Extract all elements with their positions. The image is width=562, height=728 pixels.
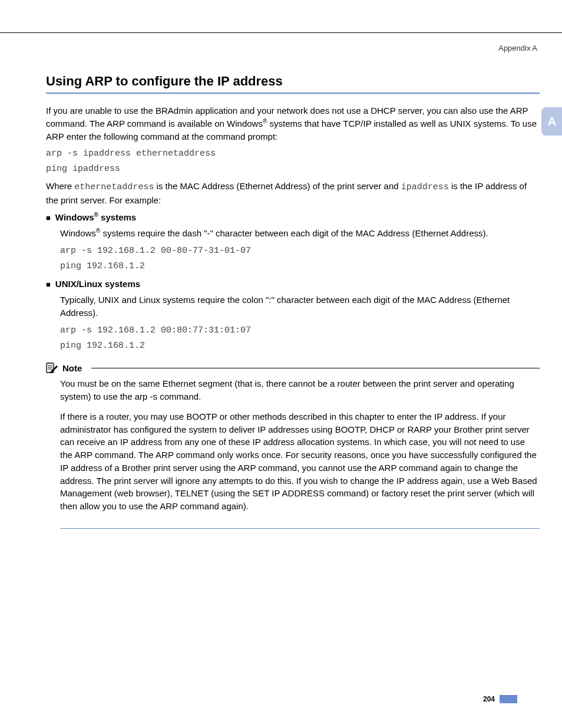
bullet-marker: ■: [46, 279, 51, 290]
win-title-b: systems: [98, 212, 136, 222]
running-header: Appendix A: [46, 44, 540, 52]
note-paragraph-2: If there is a router, you may use BOOTP …: [60, 410, 540, 513]
page-number: 204: [483, 695, 500, 703]
section-heading: Using ARP to configure the IP address: [46, 74, 540, 94]
note-pencil-icon: [46, 362, 59, 374]
note-rule: [91, 368, 540, 368]
where-a: Where: [46, 181, 74, 191]
note-header: Note: [46, 362, 540, 374]
command-block-unix: arp -s 192.168.1.2 00:80:77:31:01:07 pin…: [60, 323, 540, 354]
section-tab: A: [541, 107, 562, 136]
note-paragraph-1: You must be on the same Ethernet segment…: [60, 377, 540, 403]
command-block-generic: arp -s ipaddress ethernetaddress ping ip…: [46, 146, 540, 176]
bullet-unix: ■ UNIX/Linux systems: [46, 279, 540, 290]
command-block-windows: arp -s 192.168.1.2 00-80-77-31-01-07 pin…: [60, 243, 540, 275]
where-b: is the MAC Address (Ethernet Address) of…: [154, 181, 401, 191]
intro-paragraph: If you are unable to use the BRAdmin app…: [46, 104, 540, 143]
win-para-a: Windows: [60, 228, 96, 238]
win-title-a: Windows: [55, 212, 94, 222]
note-label: Note: [62, 363, 88, 373]
unix-paragraph: Typically, UNIX and Linux systems requir…: [60, 294, 540, 319]
registered-mark: ®: [94, 212, 98, 218]
windows-paragraph: Windows® systems require the dash "-" ch…: [60, 227, 540, 240]
note-body: You must be on the same Ethernet segment…: [60, 377, 540, 529]
unix-block: Typically, UNIX and Linux systems requir…: [60, 294, 540, 354]
footer-zone: 204: [46, 529, 540, 717]
where-paragraph: Where ethernetaddress is the MAC Address…: [46, 180, 540, 207]
page-number-bar: [500, 695, 517, 703]
top-margin: [0, 0, 562, 33]
win-para-b: systems require the dash "-" character b…: [100, 228, 488, 238]
where-ipaddr: ipaddress: [401, 182, 449, 192]
bullet-title-windows: Windows® systems: [55, 212, 136, 222]
page-body: Appendix A A Using ARP to configure the …: [0, 33, 562, 717]
bullet-windows: ■ Windows® systems: [46, 212, 540, 223]
where-ethaddr: ethernetaddress: [74, 182, 154, 192]
bullet-title-unix: UNIX/Linux systems: [55, 279, 140, 289]
bullet-marker: ■: [46, 213, 51, 223]
windows-block: Windows® systems require the dash "-" ch…: [60, 227, 540, 274]
page-number-strip: 204: [483, 695, 517, 703]
